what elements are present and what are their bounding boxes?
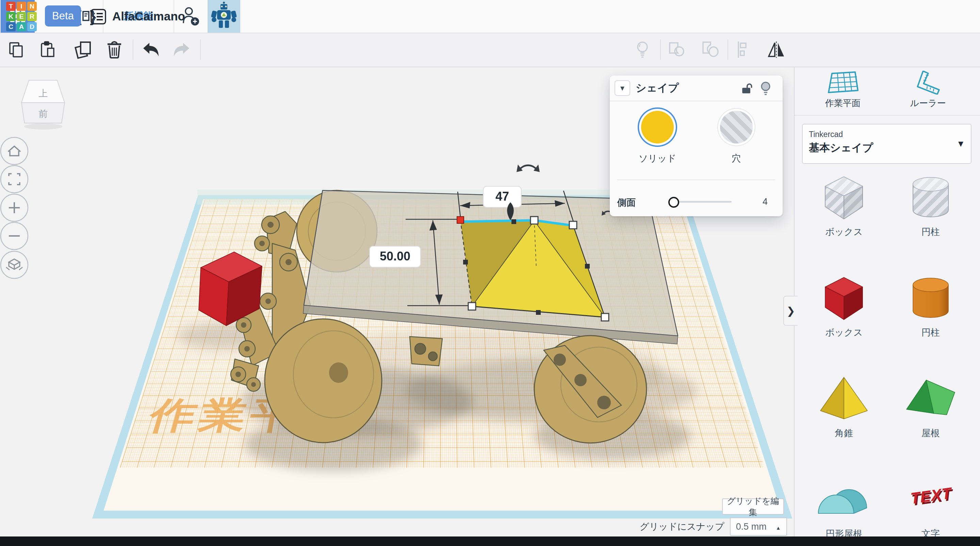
zoom-in-button[interactable] bbox=[1, 194, 28, 221]
delete-button[interactable] bbox=[105, 40, 123, 59]
panel-title: シェイプ bbox=[636, 76, 679, 101]
ruler-tool[interactable]: ルーラー bbox=[891, 71, 966, 109]
perspective-toggle-button[interactable] bbox=[1, 251, 28, 278]
list-icon bbox=[90, 8, 107, 25]
copy-icon bbox=[7, 41, 25, 59]
copy-button[interactable] bbox=[7, 41, 25, 59]
align-icon bbox=[734, 40, 752, 59]
trash-icon bbox=[105, 40, 123, 59]
hole-label: 穴 bbox=[702, 152, 770, 165]
rotate-handle-icon[interactable] bbox=[517, 165, 540, 172]
user-avatar[interactable] bbox=[208, 0, 240, 33]
lock-icon[interactable] bbox=[740, 82, 753, 95]
shape-category-dropdown[interactable]: Tinkercad 基本シェイプ bbox=[802, 124, 972, 164]
toolbar-divider bbox=[727, 40, 728, 60]
workplane-tool-label: 作業平面 bbox=[805, 97, 880, 109]
dim-label-width[interactable]: 47 bbox=[483, 186, 521, 207]
undo-icon bbox=[140, 41, 159, 59]
main-toolbar bbox=[0, 33, 980, 67]
nav-buttons bbox=[1, 137, 28, 278]
document-title[interactable]: AlfaCaimano bbox=[112, 0, 185, 33]
snap-to-grid-label: グリッドにスナップ bbox=[640, 521, 724, 533]
svg-text:前: 前 bbox=[39, 109, 48, 119]
shape-item-text[interactable]: TEXT TEXT 文字 bbox=[888, 469, 974, 546]
tinkercad-logo[interactable]: T I N K E R C A D bbox=[6, 2, 39, 32]
document-properties-button[interactable] bbox=[90, 8, 107, 25]
mirror-button[interactable] bbox=[766, 40, 787, 59]
dim-label-depth[interactable]: 50.00 bbox=[369, 246, 421, 267]
snap-grid-select[interactable]: 0.5 mm bbox=[730, 517, 787, 536]
shape-item-roof[interactable]: 屋根 bbox=[888, 368, 974, 469]
panel-divider bbox=[617, 179, 775, 180]
shape-box-icon bbox=[815, 272, 873, 323]
zoom-out-button[interactable] bbox=[1, 222, 28, 249]
redo-icon bbox=[173, 41, 192, 59]
shape-round-roof-icon bbox=[815, 473, 873, 524]
sides-slider[interactable] bbox=[670, 201, 732, 203]
shape-item-cylinder[interactable]: 円柱 bbox=[888, 268, 974, 368]
sides-slider-thumb[interactable] bbox=[668, 197, 679, 208]
sidebar-tools-row: 作業平面 ルーラー bbox=[795, 67, 980, 116]
fit-view-button[interactable] bbox=[1, 165, 28, 193]
shape-roof-icon bbox=[902, 373, 959, 424]
light-bulb-icon bbox=[634, 40, 651, 59]
car-mid-bracket[interactable] bbox=[410, 336, 442, 366]
group-icon bbox=[667, 40, 686, 59]
caret-up-icon bbox=[776, 522, 781, 532]
app-header: T I N K E R C A D Beta AlfaCaimano {} 新機… bbox=[0, 0, 980, 33]
sidebar-collapse-tab[interactable] bbox=[783, 296, 798, 326]
view-cube[interactable]: 上 前 bbox=[21, 80, 65, 130]
chevron-right-icon bbox=[786, 305, 795, 317]
robot-avatar-icon bbox=[208, 0, 240, 33]
mirror-icon bbox=[766, 40, 787, 59]
shapes-sidebar: インポート エクスポート 共有 作業平面 ルーラー bbox=[794, 33, 980, 536]
shape-item-box[interactable]: ボックス bbox=[801, 268, 888, 368]
solid-swatch[interactable] bbox=[641, 111, 674, 143]
shape-properties-panel: シェイプ ソリッド 穴 側面 4 bbox=[610, 76, 783, 216]
solid-option[interactable]: ソリッド bbox=[624, 108, 692, 165]
toolbar-divider bbox=[200, 40, 201, 60]
paste-icon bbox=[39, 41, 56, 59]
car-front-left-wheel[interactable] bbox=[265, 319, 382, 443]
svg-text:50.00: 50.00 bbox=[380, 249, 410, 263]
ungroup-button[interactable] bbox=[701, 40, 720, 59]
home-view-button[interactable] bbox=[1, 137, 28, 165]
toolbar-divider bbox=[133, 40, 134, 60]
shape-gallery: ボックス 円柱 ボックス bbox=[795, 167, 980, 546]
beta-badge: Beta bbox=[45, 5, 81, 27]
workplane-icon bbox=[827, 71, 859, 95]
shape-item-box-hole[interactable]: ボックス bbox=[801, 167, 888, 268]
edit-grid-button[interactable]: グリッドを編集 bbox=[722, 498, 784, 515]
panel-collapse-button[interactable] bbox=[614, 80, 630, 96]
shape-text-icon: TEXT TEXT bbox=[902, 473, 959, 524]
sides-value: 4 bbox=[762, 197, 768, 207]
toolbar-divider bbox=[660, 40, 661, 60]
selected-corner-handle bbox=[457, 217, 464, 223]
hole-option[interactable]: 穴 bbox=[702, 108, 770, 165]
dropdown-brand-label: Tinkercad bbox=[809, 130, 843, 139]
align-button[interactable] bbox=[734, 40, 752, 59]
shape-item-pyramid[interactable]: 角錐 bbox=[801, 368, 888, 469]
shape-item-cylinder-hole[interactable]: 円柱 bbox=[888, 167, 974, 268]
visibility-bulb-icon[interactable] bbox=[758, 80, 773, 97]
paste-button[interactable] bbox=[39, 41, 56, 59]
dropdown-selected-value: 基本シェイプ bbox=[809, 141, 873, 155]
duplicate-button[interactable] bbox=[73, 40, 92, 59]
caret-down-icon bbox=[620, 84, 624, 92]
shape-item-round-roof[interactable]: 円形屋根 bbox=[801, 469, 888, 546]
workplane-tool[interactable]: 作業平面 bbox=[805, 71, 880, 109]
ungroup-icon bbox=[701, 40, 720, 59]
group-button[interactable] bbox=[667, 40, 686, 59]
ruler-tool-label: ルーラー bbox=[891, 97, 966, 109]
undo-button[interactable] bbox=[140, 41, 159, 59]
show-all-button[interactable] bbox=[634, 40, 651, 59]
ruler-icon bbox=[912, 71, 944, 95]
solid-label: ソリッド bbox=[624, 152, 692, 165]
svg-text:47: 47 bbox=[495, 189, 509, 203]
redo-button[interactable] bbox=[173, 41, 192, 59]
shape-cylinder-hole-icon bbox=[902, 171, 959, 222]
hole-swatch[interactable] bbox=[720, 111, 753, 143]
shape-cylinder-icon bbox=[902, 272, 959, 323]
shape-box-hole-icon bbox=[815, 171, 873, 222]
shape-pyramid-icon bbox=[815, 373, 873, 424]
